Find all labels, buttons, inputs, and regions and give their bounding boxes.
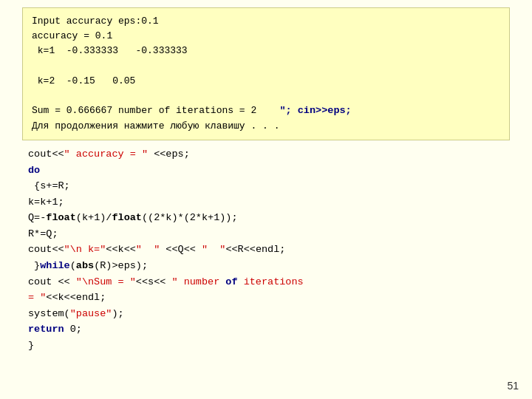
- code-line-11: system("pause");: [28, 306, 510, 322]
- code-line-7: cout<<"\n k="<<k<<" " <<Q<< " "<<R<<endl…: [28, 242, 510, 258]
- output-line-7: Sum = 0.666667 number of iterations = 2 …: [32, 103, 500, 119]
- output-line-1: Input accuracy eps:0.1: [32, 14, 500, 29]
- code-area: cout<<" accuracy = " <<eps; do {s+=R; k=…: [22, 146, 510, 354]
- inline-code: "; cin>>eps;: [279, 105, 351, 116]
- output-box: Input accuracy eps:0.1 accuracy = 0.1 k=…: [22, 7, 510, 140]
- code-line-13: }: [28, 338, 510, 354]
- code-line-2: do: [28, 163, 510, 179]
- output-line-3: k=1 -0.333333 -0.333333: [32, 44, 500, 58]
- code-line-3: {s+=R;: [28, 178, 510, 194]
- code-line-5: Q=-float(k+1)/float((2*k)*(2*k+1));: [28, 210, 510, 226]
- code-line-6: R*=Q;: [28, 226, 510, 242]
- output-line-6: [32, 89, 500, 103]
- slide-number: 51: [507, 380, 519, 392]
- output-line-4: [32, 58, 500, 73]
- code-line-8: }while(abs(R)>eps);: [28, 258, 510, 274]
- slide-container: Input accuracy eps:0.1 accuracy = 0.1 k=…: [0, 0, 532, 399]
- code-line-12: return 0;: [28, 321, 510, 338]
- code-line-10: = "<<k<<endl;: [28, 290, 510, 306]
- code-line-9: cout << "\nSum = "<<s<< " number of iter…: [28, 274, 510, 290]
- code-line-4: k=k+1;: [28, 194, 510, 211]
- code-line-1: cout<<" accuracy = " <<eps;: [28, 146, 510, 163]
- output-continuation: Для продолжения нажмите любую клавишу . …: [32, 119, 500, 134]
- output-line-2: accuracy = 0.1: [32, 29, 500, 44]
- output-line-5: k=2 -0.15 0.05: [32, 74, 500, 89]
